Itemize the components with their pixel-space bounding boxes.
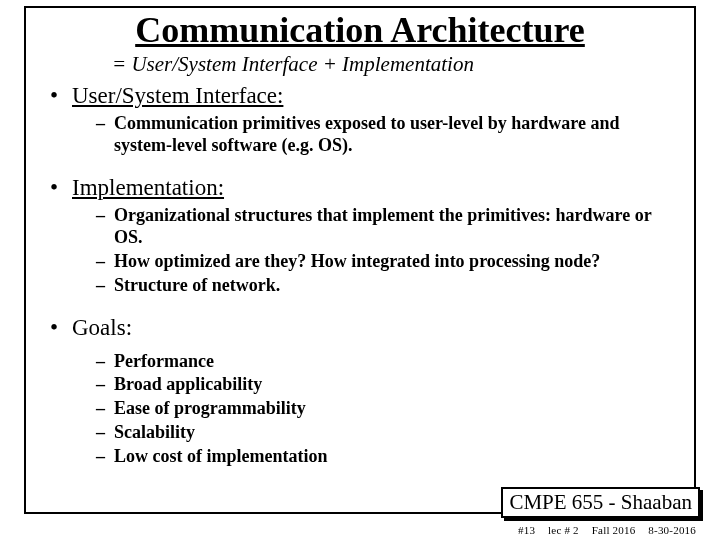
list-item: –Structure of network. (96, 275, 676, 297)
dash-icon: – (96, 351, 114, 373)
dash-icon: – (96, 251, 114, 273)
list-item: –Scalability (96, 422, 676, 444)
dash-icon: – (96, 422, 114, 444)
list-item: –Low cost of implementation (96, 446, 676, 468)
list-item: –Performance (96, 351, 676, 373)
date-label: 8-30-2016 (648, 524, 696, 536)
dash-icon: – (96, 446, 114, 468)
course-badge: CMPE 655 - Shaaban (501, 487, 700, 518)
section-heading-goals: •Goals: (50, 315, 676, 341)
slide-frame: Communication Architecture = User/System… (24, 6, 696, 514)
list-item: –Organizational structures that implemen… (96, 205, 676, 249)
dash-icon: – (96, 113, 114, 135)
list-item: –Broad applicability (96, 374, 676, 396)
bullet-icon: • (50, 83, 72, 109)
bullet-icon: • (50, 175, 72, 201)
subtitle: = User/System Interface + Implementation (112, 52, 676, 77)
slide-number: #13 (518, 524, 535, 536)
dash-icon: – (96, 275, 114, 297)
slide-meta: #13 lec # 2 Fall 2016 8-30-2016 (508, 524, 696, 536)
list-item: –Ease of programmability (96, 398, 676, 420)
lecture-number: lec # 2 (548, 524, 579, 536)
list-item: –Communication primitives exposed to use… (96, 113, 676, 157)
section-heading-implementation: •Implementation: (50, 175, 676, 201)
term-label: Fall 2016 (592, 524, 636, 536)
dash-icon: – (96, 374, 114, 396)
bullet-icon: • (50, 315, 72, 341)
section-heading-interface: •User/System Interface: (50, 83, 676, 109)
page-title: Communication Architecture (44, 12, 676, 50)
list-item: –How optimized are they? How integrated … (96, 251, 676, 273)
dash-icon: – (96, 205, 114, 227)
dash-icon: – (96, 398, 114, 420)
